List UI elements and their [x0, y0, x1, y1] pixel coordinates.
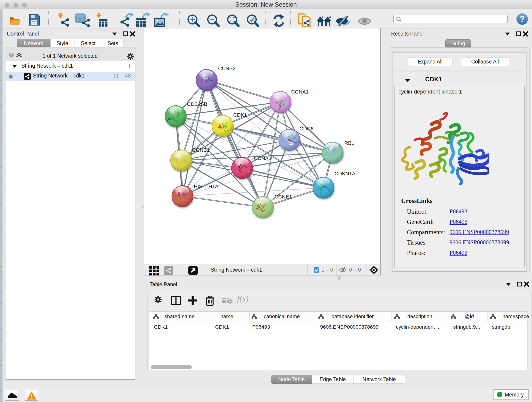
- svg-text:CDC25B: CDC25B: [187, 101, 207, 107]
- svg-text:CCNE1: CCNE1: [274, 194, 292, 200]
- svg-text:CDKN1A: CDKN1A: [335, 171, 355, 177]
- svg-text:HIST1H1A: HIST1H1A: [194, 184, 219, 189]
- svg-text:?: ?: [520, 14, 525, 24]
- svg-text:CCNB2: CCNB2: [218, 65, 235, 71]
- svg-text:CCNA2: CCNA2: [254, 155, 271, 161]
- svg-text:CDK1: CDK1: [233, 112, 247, 118]
- svg-text:CDC6: CDC6: [299, 126, 313, 132]
- svg-text:RB1: RB1: [344, 140, 355, 146]
- svg-text:CCNA1: CCNA1: [291, 89, 309, 95]
- svg-text:CCNB1: CCNB1: [192, 147, 210, 153]
